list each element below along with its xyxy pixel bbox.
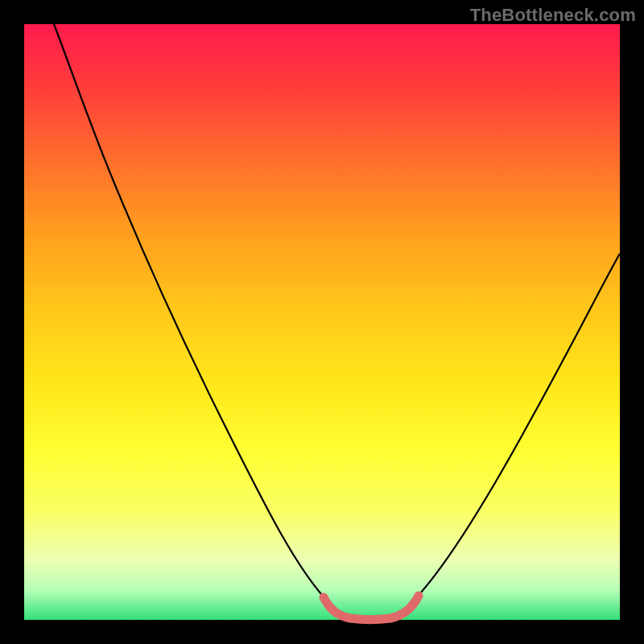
optimal-zone-marker [324, 596, 419, 620]
curve-layer [24, 24, 620, 620]
watermark-text: TheBottleneck.com [470, 5, 636, 26]
bottleneck-curve [54, 24, 620, 620]
chart-frame: TheBottleneck.com [0, 0, 644, 644]
